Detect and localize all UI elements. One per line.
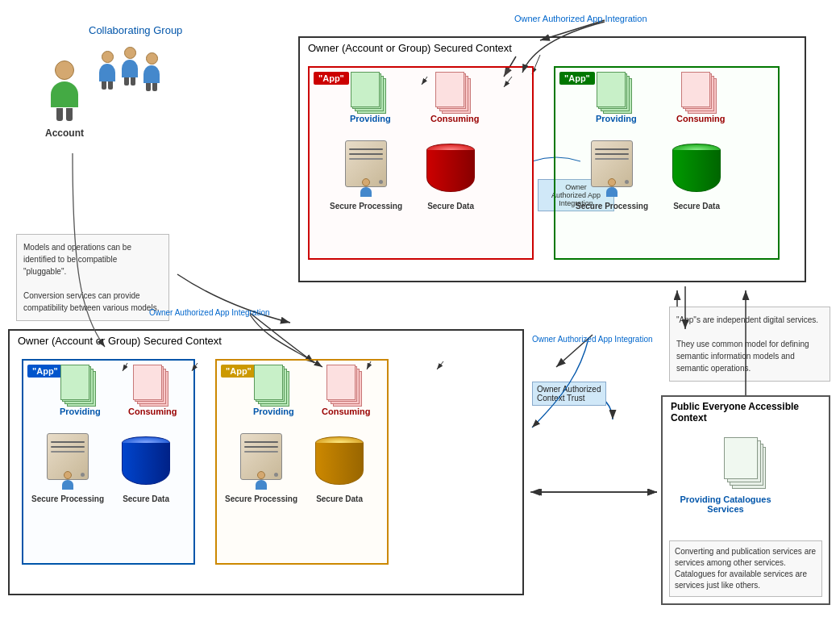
top-green-secure-processing: Secure Processing [576,202,648,211]
top-green-providing-label: Providing [596,114,637,123]
bot-blue-providing: Providing [60,407,101,416]
apps-info-box: "App"s are independent digital services.… [669,307,830,382]
red-app-badge: "App" [314,72,349,85]
owner-auth-right-label: Owner Authorized App Integration [532,335,653,344]
public-context-label: Public Everyone Accessible Context [671,401,829,423]
top-green-secure-data: Secure Data [673,202,720,211]
catalogues-info-box: Converting and publication services are … [669,540,822,597]
bot-orange-secure-proc: Secure Processing [225,494,297,503]
top-red-providing-label: Providing [350,114,391,123]
top-green-consuming-label: Consuming [676,114,726,123]
owner-auth-mid-label: Owner Authorized App Integration [149,308,270,317]
top-context-label: Owner (Account or Group) Secured Context [308,42,512,54]
bottom-blue-app-badge: "App" [27,365,63,378]
owner-auth-top-label: Owner Authorized App Integration [514,14,647,23]
top-red-secure-data: Secure Data [427,202,474,211]
owner-auth-context-trust-label: Owner AuthorizedContext Trust [532,382,606,406]
collaborating-group-label: Collaborating Group [89,24,182,36]
bot-orange-consuming: Consuming [322,407,371,416]
bot-orange-providing: Providing [253,407,294,416]
account-label: Account [32,127,97,139]
bot-blue-secure-proc: Secure Processing [31,494,104,503]
bot-blue-consuming: Consuming [128,407,177,416]
models-info-box: Models and operations can be identified … [16,234,169,321]
top-context-box: Owner (Account or Group) Secured Context… [298,36,806,282]
bot-orange-secure-data: Secure Data [316,494,363,503]
bot-blue-secure-data: Secure Data [123,494,169,503]
green-app-badge: "App" [559,72,595,85]
public-context-box: Public Everyone Accessible Context Provi… [661,395,830,605]
bottom-context-label: Owner (Account or Group) Secured Context [18,335,222,347]
bottom-context-box: Owner (Account or Group) Secured Context… [8,329,524,595]
top-red-secure-processing: Secure Processing [330,202,402,211]
top-red-consuming-label: Consuming [430,114,480,123]
providing-catalogues-label: Providing Catalogues Services [680,494,771,514]
bottom-orange-app-badge: "App" [221,365,256,378]
